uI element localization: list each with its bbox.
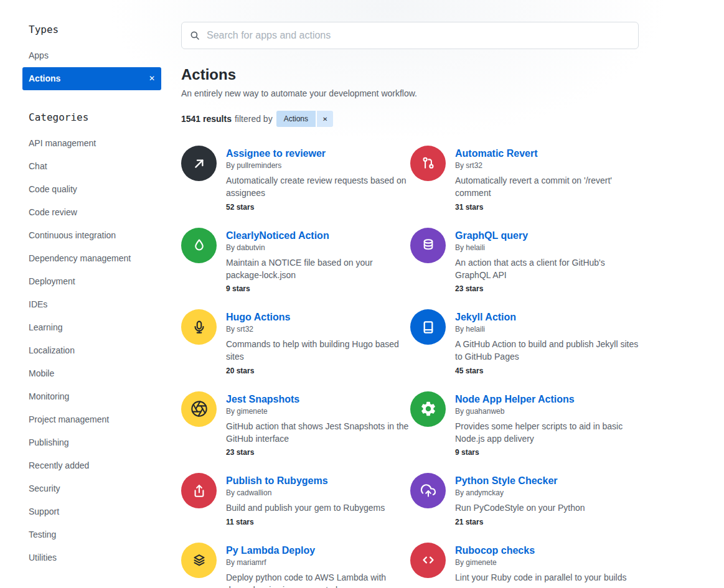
- results-grid: Assignee to reviewer By pullreminders Au…: [181, 146, 639, 588]
- category-item[interactable]: Testing: [22, 523, 161, 546]
- category-item[interactable]: Deployment: [22, 270, 161, 293]
- action-description: Commands to help with building Hugo base…: [226, 338, 410, 363]
- category-item[interactable]: IDEs: [22, 293, 161, 316]
- microphone-icon: [181, 309, 217, 345]
- action-stars: 9 stars: [455, 448, 639, 457]
- category-item[interactable]: Code review: [22, 201, 161, 224]
- action-title-link[interactable]: Node App Helper Actions: [455, 393, 639, 406]
- types-list: Apps Actions ✕: [22, 44, 161, 90]
- types-heading: Types: [29, 24, 161, 35]
- action-card[interactable]: GraphQL query By helaili An action that …: [410, 228, 639, 294]
- action-title-link[interactable]: Rubocop checks: [455, 544, 627, 557]
- action-card[interactable]: Automatic Revert By srt32 Automatically …: [410, 146, 639, 212]
- action-description: Provides some helper scripts to aid in b…: [455, 420, 639, 446]
- action-title-link[interactable]: Assignee to reviewer: [226, 147, 410, 160]
- action-author: By andymckay: [455, 488, 585, 497]
- category-item[interactable]: Code quality: [22, 178, 161, 201]
- marketplace-layout: Types Apps Actions ✕ Categories API mana…: [0, 0, 724, 588]
- action-title-link[interactable]: Publish to Rubygems: [226, 474, 385, 487]
- action-card[interactable]: Hugo Actions By srt32 Commands to help w…: [181, 309, 410, 375]
- type-item-actions-selected[interactable]: Actions ✕: [22, 67, 161, 90]
- database-icon: [410, 228, 446, 263]
- action-card[interactable]: Rubocop checks By gimenete Lint your Rub…: [410, 543, 639, 588]
- action-card[interactable]: Publish to Rubygems By cadwallion Build …: [181, 473, 410, 526]
- action-description: Lint your Ruby code in parallel to your …: [455, 571, 627, 584]
- category-item[interactable]: Continuous integration: [22, 224, 161, 247]
- droplet-icon: [181, 228, 217, 263]
- category-item[interactable]: Dependency management: [22, 247, 161, 270]
- action-description: Build and publish your gem to Rubygems: [226, 502, 385, 514]
- action-description: Maintain a NOTICE file based on your pac…: [226, 256, 410, 282]
- action-author: By pullreminders: [226, 161, 410, 170]
- category-item[interactable]: Utilities: [22, 546, 161, 569]
- category-item[interactable]: Monitoring: [22, 385, 161, 408]
- filter-badge: Actions ✕: [276, 111, 334, 127]
- category-item[interactable]: API management: [22, 132, 161, 155]
- action-author: By gimenete: [226, 407, 410, 416]
- action-stars: 11 stars: [226, 518, 385, 526]
- category-item[interactable]: Chat: [22, 155, 161, 178]
- action-title-link[interactable]: Python Style Checker: [455, 474, 585, 487]
- action-stars: 21 stars: [455, 518, 585, 526]
- type-item-label: Actions: [29, 72, 60, 85]
- action-author: By mariamrf: [226, 558, 410, 567]
- action-title-link[interactable]: Jest Snapshots: [226, 393, 410, 406]
- filtered-by-text: filtered by: [235, 114, 273, 124]
- close-icon[interactable]: ✕: [149, 72, 155, 85]
- action-author: By dabutvin: [226, 243, 410, 252]
- search-input[interactable]: [181, 22, 639, 49]
- search-icon: [189, 30, 200, 41]
- arrow-up-right-icon: [181, 146, 217, 181]
- category-item[interactable]: Project management: [22, 408, 161, 431]
- results-summary: 1541 results filtered by Actions ✕: [181, 111, 639, 127]
- action-author: By srt32: [455, 161, 639, 170]
- action-description: Deploy python code to AWS Lambda with de…: [226, 571, 410, 588]
- action-card[interactable]: Py Lambda Deploy By mariamrf Deploy pyth…: [181, 543, 410, 588]
- page-subtitle: An entirely new way to automate your dev…: [181, 88, 639, 98]
- action-title-link[interactable]: ClearlyNoticed Action: [226, 229, 410, 242]
- action-stars: 45 stars: [455, 366, 639, 375]
- action-card[interactable]: Python Style Checker By andymckay Run Py…: [410, 473, 639, 526]
- results-main: Actions An entirely new way to automate …: [181, 0, 639, 588]
- action-description: A GitHub Action to build and publish Jek…: [455, 338, 639, 363]
- type-item-label: Apps: [29, 49, 49, 62]
- category-item[interactable]: Localization: [22, 339, 161, 362]
- book-icon: [410, 309, 446, 345]
- categories-heading: Categories: [29, 111, 161, 123]
- filter-badge-label: Actions: [276, 111, 316, 127]
- cloud-upload-icon: [410, 473, 446, 508]
- action-stars: 52 stars: [226, 203, 410, 212]
- type-item-apps[interactable]: Apps: [22, 44, 161, 67]
- action-description: Automatically revert a commit on '/rever…: [455, 174, 639, 200]
- action-title-link[interactable]: Jekyll Action: [455, 310, 639, 324]
- action-stars: 20 stars: [226, 366, 410, 375]
- action-card[interactable]: Jekyll Action By helaili A GitHub Action…: [410, 309, 639, 375]
- remove-filter-icon[interactable]: ✕: [317, 111, 333, 127]
- category-item[interactable]: Support: [22, 500, 161, 523]
- action-card[interactable]: Jest Snapshots By gimenete GitHub action…: [181, 391, 410, 457]
- layers-icon: [181, 543, 217, 578]
- action-card[interactable]: Node App Helper Actions By guahanweb Pro…: [410, 391, 639, 457]
- action-stars: 23 stars: [455, 284, 639, 293]
- action-title-link[interactable]: GraphQL query: [455, 229, 639, 242]
- action-description: Automatically create review requests bas…: [226, 174, 410, 200]
- action-description: An action that acts a client for GitHub'…: [455, 256, 639, 282]
- action-card[interactable]: ClearlyNoticed Action By dabutvin Mainta…: [181, 228, 410, 294]
- code-icon: [410, 543, 446, 578]
- action-title-link[interactable]: Hugo Actions: [226, 310, 410, 324]
- category-item[interactable]: Publishing: [22, 431, 161, 454]
- category-item[interactable]: Mobile: [22, 362, 161, 385]
- action-author: By srt32: [226, 325, 410, 334]
- action-title-link[interactable]: Py Lambda Deploy: [226, 544, 410, 557]
- action-card[interactable]: Assignee to reviewer By pullreminders Au…: [181, 146, 410, 212]
- action-author: By helaili: [455, 243, 639, 252]
- category-item[interactable]: Recently added: [22, 454, 161, 477]
- aperture-icon: [181, 391, 217, 427]
- action-description: Run PyCodeStyle on your Python: [455, 502, 585, 514]
- gear-icon: [410, 391, 446, 427]
- search-bar: [181, 22, 639, 49]
- action-title-link[interactable]: Automatic Revert: [455, 147, 639, 160]
- category-item[interactable]: Learning: [22, 316, 161, 339]
- categories-list: API managementChatCode qualityCode revie…: [22, 132, 161, 569]
- category-item[interactable]: Security: [22, 477, 161, 500]
